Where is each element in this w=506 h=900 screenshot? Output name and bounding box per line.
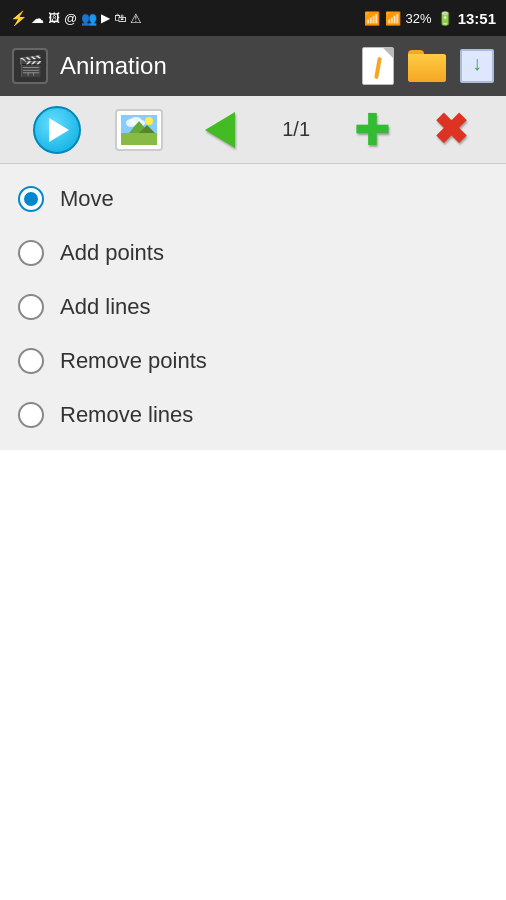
- plus-icon: ✚: [354, 108, 391, 152]
- svg-rect-6: [121, 133, 157, 145]
- frame-counter: 1/1: [276, 118, 316, 141]
- remove-frame-button[interactable]: ✖: [429, 108, 473, 152]
- option-remove-points[interactable]: Remove points: [0, 334, 506, 388]
- svg-point-5: [145, 117, 153, 125]
- canvas-area[interactable]: [0, 450, 506, 900]
- radio-remove-points[interactable]: [18, 348, 44, 374]
- radio-add-lines[interactable]: [18, 294, 44, 320]
- bag-icon: 🛍: [114, 11, 126, 25]
- battery-icon: 🔋: [437, 11, 453, 26]
- status-bar: ⚡ ☁ 🖼 @ 👥 ▶ 🛍 ⚠ 📶 📶 32% 🔋 13:51: [0, 0, 506, 36]
- radio-remove-lines[interactable]: [18, 402, 44, 428]
- option-add-points-label: Add points: [60, 240, 164, 266]
- warning-icon: ⚠: [130, 11, 142, 26]
- media-icon: ▶: [101, 11, 110, 25]
- back-button[interactable]: [198, 110, 242, 150]
- wifi-icon: 📶: [364, 11, 380, 26]
- cloud-icon: ☁: [31, 11, 44, 26]
- status-right: 📶 📶 32% 🔋 13:51: [364, 10, 496, 27]
- toolbar: 1/1 ✚ ✖: [0, 96, 506, 164]
- option-add-lines[interactable]: Add lines: [0, 280, 506, 334]
- image-thumbnail-icon: [121, 115, 157, 145]
- at-icon: @: [64, 11, 77, 26]
- option-remove-lines[interactable]: Remove lines: [0, 388, 506, 442]
- option-remove-points-label: Remove points: [60, 348, 207, 374]
- status-icons-left: ⚡ ☁ 🖼 @ 👥 ▶ 🛍 ⚠: [10, 10, 142, 26]
- option-remove-lines-label: Remove lines: [60, 402, 193, 428]
- title-left: 🎬 Animation: [12, 48, 167, 84]
- option-add-lines-label: Add lines: [60, 294, 151, 320]
- usb-icon: ⚡: [10, 10, 27, 26]
- x-icon: ✖: [433, 109, 468, 151]
- option-add-points[interactable]: Add points: [0, 226, 506, 280]
- battery-text: 32%: [406, 11, 432, 26]
- time-display: 13:51: [458, 10, 496, 27]
- people-icon: 👥: [81, 11, 97, 26]
- image-icon: 🖼: [48, 11, 60, 25]
- option-move[interactable]: Move: [0, 172, 506, 226]
- option-move-label: Move: [60, 186, 114, 212]
- add-frame-button[interactable]: ✚: [350, 108, 394, 152]
- signal-icon: 📶: [385, 11, 401, 26]
- radio-move-inner: [24, 192, 38, 206]
- play-button[interactable]: [33, 106, 81, 154]
- save-button[interactable]: ↓: [460, 49, 494, 83]
- radio-move[interactable]: [18, 186, 44, 212]
- app-title: Animation: [60, 52, 167, 80]
- image-selector-button[interactable]: [115, 109, 163, 151]
- radio-add-points[interactable]: [18, 240, 44, 266]
- app-icon: 🎬: [12, 48, 48, 84]
- options-list: Move Add points Add lines Remove points …: [0, 164, 506, 450]
- open-folder-button[interactable]: [408, 50, 446, 82]
- title-actions: ↓: [362, 47, 494, 85]
- title-bar: 🎬 Animation ↓: [0, 36, 506, 96]
- new-document-button[interactable]: [362, 47, 394, 85]
